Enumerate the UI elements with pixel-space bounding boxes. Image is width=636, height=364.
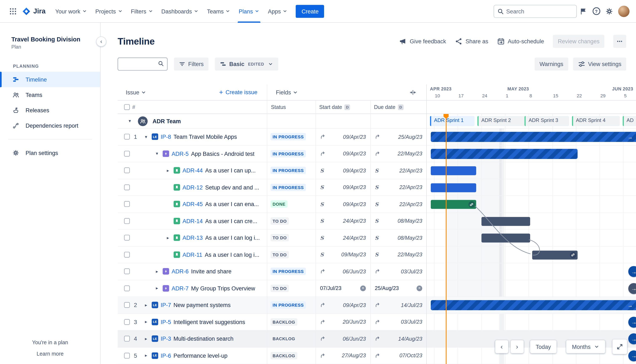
- gantt-bar-adr-12[interactable]: [430, 183, 476, 192]
- start-date-cell[interactable]: S09/May/23: [315, 252, 370, 258]
- issue-key-link[interactable]: IP-8: [161, 134, 171, 140]
- status-lozenge[interactable]: TO DO: [270, 217, 288, 224]
- status-lozenge[interactable]: TO DO: [270, 284, 288, 292]
- issue-row-adr-45[interactable]: ADR-45As a user I can ena...DONES09/Apr/…: [118, 196, 426, 212]
- issue-row-adr-6[interactable]: ▸ADR-6Invite and shareIN PROGRESS06/Jun/…: [118, 263, 426, 280]
- sidebar-item-teams[interactable]: Teams: [0, 87, 100, 102]
- issue-summary[interactable]: As a user I can ena...: [205, 201, 259, 207]
- start-date-cell[interactable]: S09/Apr/23: [315, 201, 370, 207]
- issue-key-link[interactable]: ADR-13: [182, 234, 203, 241]
- view-settings-button[interactable]: View settings: [573, 58, 626, 71]
- nav-item-apps[interactable]: Apps: [264, 0, 292, 22]
- due-date-column-header[interactable]: Due date D: [374, 104, 404, 110]
- status-lozenge[interactable]: BACKLOG: [270, 335, 297, 342]
- due-date-cell[interactable]: 14/Jul/23: [370, 302, 426, 308]
- expand-toggle-icon[interactable]: ▾: [154, 151, 160, 156]
- create-button[interactable]: Create: [296, 5, 324, 18]
- row-checkbox[interactable]: [124, 252, 130, 258]
- warnings-button[interactable]: Warnings: [535, 58, 568, 71]
- issue-row-adr-44[interactable]: ▸ADR-44As a user I can up...IN PROGRESSS…: [118, 162, 426, 179]
- gantt-row-ip-7[interactable]: →: [427, 297, 636, 314]
- issue-key-link[interactable]: IP-5: [161, 318, 171, 325]
- issue-key-link[interactable]: IP-3: [161, 336, 171, 342]
- due-date-cell[interactable]: 07/Oct/23: [370, 352, 426, 358]
- sprint-chip-ad[interactable]: AD: [622, 116, 636, 126]
- issue-row-adr-11[interactable]: ADR-11As a user I can log i...TO DOS09/M…: [118, 246, 426, 263]
- clear-date-icon[interactable]: ✕: [360, 285, 366, 291]
- gantt-row-ip-5[interactable]: →: [427, 314, 636, 330]
- start-date-cell[interactable]: 09/Apr/23: [315, 134, 370, 140]
- gantt-bar-adr-45[interactable]: [430, 200, 476, 209]
- expand-toggle-icon[interactable]: ▾: [143, 134, 149, 140]
- clear-date-icon[interactable]: ✕: [417, 285, 422, 291]
- timeline-prev-button[interactable]: ‹: [495, 340, 508, 353]
- timeline-search[interactable]: [118, 58, 168, 71]
- sidebar-item-releases[interactable]: Releases: [0, 102, 100, 118]
- due-date-cell[interactable]: 03/Jul/23: [370, 268, 426, 274]
- offscreen-bar-arrow[interactable]: →: [628, 283, 636, 294]
- global-search[interactable]: [494, 5, 577, 18]
- gantt-bar-adr-11[interactable]: [532, 250, 578, 259]
- sprint-chip-adr-sprint-4[interactable]: ADR Sprint 4: [572, 116, 620, 126]
- row-checkbox[interactable]: [124, 268, 130, 274]
- nav-item-your-work[interactable]: Your work: [51, 0, 91, 22]
- due-date-cell[interactable]: 25/Aug/23: [370, 134, 426, 140]
- row-checkbox[interactable]: [124, 285, 130, 291]
- issue-row-adr-7[interactable]: ▸ADR-7My Group Trips OverviewTO DO07/Jul…: [118, 280, 426, 297]
- collapse-fields-columns-icon[interactable]: [410, 89, 416, 96]
- expand-toggle-icon[interactable]: ▸: [143, 319, 149, 324]
- start-date-cell[interactable]: 06/Jun/23: [315, 268, 370, 274]
- gantt-row-adr-11[interactable]: [427, 246, 636, 263]
- gantt-row-adr-44[interactable]: [427, 162, 636, 179]
- offscreen-bar-arrow[interactable]: →: [628, 350, 636, 361]
- issue-key-link[interactable]: ADR-6: [172, 268, 189, 275]
- status-lozenge[interactable]: TO DO: [270, 251, 288, 258]
- due-date-cell[interactable]: S22/May/23: [370, 252, 426, 258]
- start-date-cell[interactable]: 20/Jun/23: [315, 319, 370, 325]
- auto-schedule-button[interactable]: Auto-schedule: [497, 38, 544, 45]
- gantt-bar-adr-14[interactable]: [481, 217, 530, 226]
- due-date-cell[interactable]: S22/Apr/23: [370, 184, 426, 190]
- issue-key-link[interactable]: ADR-5: [172, 150, 189, 157]
- gantt-bar-adr-13[interactable]: [481, 234, 530, 242]
- dependency-link-icon[interactable]: [468, 201, 475, 208]
- due-date-cell[interactable]: S22/Apr/23: [370, 201, 426, 207]
- sprint-chip-adr-sprint-2[interactable]: ADR Sprint 2: [477, 116, 525, 126]
- status-lozenge[interactable]: IN PROGRESS: [270, 133, 306, 140]
- settings-gear-icon[interactable]: [603, 5, 616, 18]
- issue-key-link[interactable]: IP-7: [161, 302, 171, 308]
- expand-toggle-icon[interactable]: ▸: [143, 302, 149, 308]
- due-date-cell[interactable]: S22/Apr/23: [370, 168, 426, 174]
- issue-column-header[interactable]: Issue: [126, 89, 146, 96]
- issue-row-ip-3[interactable]: 4▸LEIP-3Multi-destination searchBACKLOG0…: [118, 330, 426, 348]
- issue-key-link[interactable]: ADR-14: [182, 218, 203, 224]
- issue-key-link[interactable]: ADR-44: [182, 167, 203, 174]
- row-checkbox[interactable]: [124, 218, 130, 224]
- status-lozenge[interactable]: IN PROGRESS: [270, 150, 306, 157]
- status-lozenge[interactable]: BACKLOG: [270, 352, 297, 359]
- timeline-zoom-select[interactable]: Months: [566, 340, 605, 353]
- issue-summary[interactable]: Team Travel Mobile Apps: [174, 134, 237, 140]
- select-all-checkbox[interactable]: [124, 104, 130, 110]
- start-date-cell[interactable]: 06/Jun/23: [315, 336, 370, 342]
- row-checkbox[interactable]: [124, 134, 130, 140]
- collapse-team-icon[interactable]: ▾: [126, 118, 133, 124]
- issue-key-link[interactable]: ADR-12: [182, 184, 203, 190]
- issue-summary[interactable]: App Basics - Android test: [191, 150, 254, 157]
- offscreen-bar-arrow[interactable]: →: [628, 316, 636, 328]
- expand-toggle-icon[interactable]: ▸: [154, 269, 160, 274]
- due-date-cell[interactable]: 22/May/23: [370, 150, 426, 157]
- view-selector-button[interactable]: Basic EDITED: [215, 58, 278, 71]
- timeline-next-button[interactable]: ›: [511, 340, 524, 353]
- start-date-cell[interactable]: S24/Apr/23: [315, 235, 370, 241]
- gantt-row-adr-7[interactable]: →: [427, 280, 636, 297]
- row-checkbox[interactable]: [124, 184, 130, 190]
- status-column-header[interactable]: Status: [271, 104, 286, 110]
- issue-key-link[interactable]: ADR-11: [182, 251, 202, 258]
- gantt-row-ip-8[interactable]: →: [427, 128, 636, 145]
- nav-item-plans[interactable]: Plans: [235, 0, 264, 22]
- gantt-row-adr-13[interactable]: [427, 230, 636, 246]
- status-lozenge[interactable]: DONE: [270, 200, 288, 208]
- row-checkbox[interactable]: [124, 201, 130, 207]
- start-date-cell[interactable]: S09/Apr/23: [315, 184, 370, 190]
